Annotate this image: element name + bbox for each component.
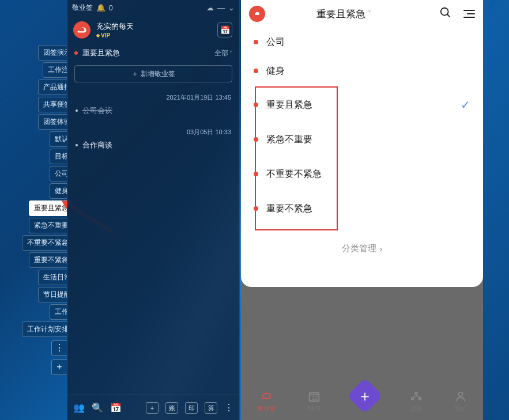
category-item[interactable]: 公司 [241, 28, 483, 56]
svg-point-8 [459, 392, 463, 396]
dot-icon [254, 172, 258, 176]
category-sheet: 重要且紧急 ˅ 公司健身 重要且紧急✓紧急不重要不重要不紧急重要不紧急 分类管理… [241, 0, 483, 287]
bell-icon[interactable]: 🔔 [96, 3, 105, 12]
rail-item[interactable]: 生活日常 [38, 270, 67, 285]
tab-team[interactable]: 团签 [410, 390, 423, 413]
section-title: 重要且紧急 [82, 48, 120, 58]
mobile-tabbar: 敬业签 23 时间 ＋ 团签 我的 [241, 383, 483, 420]
bullet-icon [76, 144, 78, 146]
rail-item[interactable]: 团签演示 [38, 45, 67, 60]
calendar-icon[interactable]: 📅 [217, 22, 232, 37]
dot-icon [254, 40, 258, 44]
section-header: 重要且紧急 全部˅ [67, 44, 239, 62]
rail-item[interactable]: 团签体验 [38, 114, 67, 130]
note-timestamp: 03月05日 10:33 [76, 128, 231, 137]
bottom-toolbar: 👥 🔍 📅 + 账 印 算 ⋮ [67, 395, 239, 420]
manage-categories-link[interactable]: 分类管理› [241, 234, 483, 263]
note-text: 合作商谈 [82, 140, 112, 150]
filter-dropdown[interactable]: 全部˅ [214, 48, 232, 58]
mobile-header: 重要且紧急 ˅ [241, 0, 483, 28]
search-icon[interactable] [439, 6, 452, 22]
menu-icon[interactable] [463, 10, 475, 18]
category-list-top: 公司健身 [241, 28, 483, 85]
rail-item[interactable]: 节日提醒 [38, 287, 67, 302]
rail-item[interactable]: 工作计划安排 [22, 321, 67, 337]
rail-item[interactable]: 产品通报 [38, 80, 67, 95]
box-zhang[interactable]: 账 [165, 402, 178, 414]
rail-more-button[interactable]: ⋮ [51, 340, 67, 356]
tab-time[interactable]: 23 时间 [308, 390, 321, 413]
minimize-icon[interactable]: — [217, 3, 225, 12]
section-dot-icon [74, 51, 78, 55]
vip-badge: VIP [96, 32, 212, 39]
desktop-app-window: 敬业签 🔔 0 ☁ — ⌄ 充实的每天 VIP 📅 重要且紧急 全部˅ ＋ 新增… [67, 0, 240, 420]
cloud-sync-icon[interactable]: ☁ [206, 3, 214, 12]
rail-add-button[interactable]: + [51, 360, 67, 375]
rail-item[interactable]: 工作 [50, 304, 67, 320]
box-suan[interactable]: 算 [205, 402, 217, 414]
category-item[interactable]: 重要且紧急✓ [241, 88, 483, 122]
app-logo-icon [73, 21, 91, 39]
chevron-down-icon: ˅ [368, 10, 371, 18]
svg-line-1 [447, 14, 450, 17]
rail-item[interactable]: 工作注 [43, 62, 67, 78]
plus-icon: ＋ [357, 386, 372, 406]
rail-item[interactable]: 公司 [50, 166, 67, 181]
dot-icon [254, 206, 258, 211]
more-icon[interactable]: ⋮ [224, 402, 233, 413]
category-rail: 团签演示工作注产品通报共享便签团签体验默认目标公司健身重要且紧急紧急不重要不重要… [0, 45, 67, 375]
mobile-panel: 重要且紧急 ˅ 公司健身 重要且紧急✓紧急不重要不重要不紧急重要不紧急 分类管理… [241, 0, 483, 420]
add-note-button[interactable]: ＋ 新增敬业签 [74, 65, 232, 82]
rail-item[interactable]: 不重要不紧急 [22, 235, 67, 251]
dot-icon [254, 103, 258, 107]
chevron-down-icon: ˅ [229, 50, 232, 56]
new-box-button[interactable]: + [146, 402, 159, 414]
note-text: 公司会议 [82, 105, 112, 116]
svg-text:23: 23 [312, 396, 318, 401]
category-item[interactable]: 不重要不紧急 [241, 157, 483, 191]
svg-point-6 [412, 398, 414, 400]
svg-point-0 [441, 7, 448, 15]
rail-item[interactable]: 紧急不重要 [29, 218, 67, 233]
rail-item[interactable]: 健身 [50, 183, 67, 199]
note-item[interactable]: 2021年01月19日 13:45 公司会议 [74, 88, 232, 123]
rail-item[interactable]: 重要且紧急 [29, 200, 67, 216]
tab-mine[interactable]: 我的 [454, 390, 467, 413]
user-name: 充实的每天 [96, 21, 212, 32]
dot-icon [254, 69, 258, 73]
app-title: 敬业签 [72, 3, 93, 13]
svg-point-7 [418, 398, 421, 400]
box-yin[interactable]: 印 [185, 402, 198, 414]
tab-notes[interactable]: 敬业签 [257, 390, 276, 413]
search-icon[interactable]: 🔍 [92, 402, 103, 413]
bullet-icon [76, 109, 78, 112]
rail-item[interactable]: 重要不紧急 [29, 252, 67, 268]
note-item[interactable]: 03月05日 10:33 合作商谈 [74, 123, 232, 157]
title-bar[interactable]: 敬业签 🔔 0 ☁ — ⌄ [67, 0, 239, 16]
mobile-title[interactable]: 重要且紧急 ˅ [254, 7, 433, 21]
bell-count: 0 [109, 4, 113, 12]
category-item[interactable]: 紧急不重要 [241, 122, 483, 157]
collapse-icon[interactable]: ⌄ [228, 3, 235, 12]
plus-icon: ＋ [131, 69, 138, 79]
check-icon: ✓ [461, 98, 470, 112]
contacts-icon[interactable]: 👥 [73, 402, 85, 413]
rail-item[interactable]: 目标 [50, 149, 67, 164]
svg-point-5 [415, 392, 417, 395]
calendar-small-icon[interactable]: 📅 [110, 402, 122, 413]
notes-list: 2021年01月19日 13:45 公司会议03月05日 10:33 合作商谈 [67, 88, 239, 395]
fab-add-button[interactable]: ＋ [347, 378, 383, 414]
category-list-highlighted: 重要且紧急✓紧急不重要不重要不紧急重要不紧急 [241, 85, 483, 228]
chevron-right-icon: › [380, 244, 383, 253]
rail-item[interactable]: 共享便签 [38, 97, 67, 112]
category-item[interactable]: 健身 [241, 56, 483, 85]
profile-row: 充实的每天 VIP 📅 [67, 16, 239, 44]
rail-item[interactable]: 默认 [50, 131, 67, 147]
category-item[interactable]: 重要不紧急 [241, 191, 483, 226]
dot-icon [254, 137, 258, 142]
note-timestamp: 2021年01月19日 13:45 [76, 93, 231, 102]
